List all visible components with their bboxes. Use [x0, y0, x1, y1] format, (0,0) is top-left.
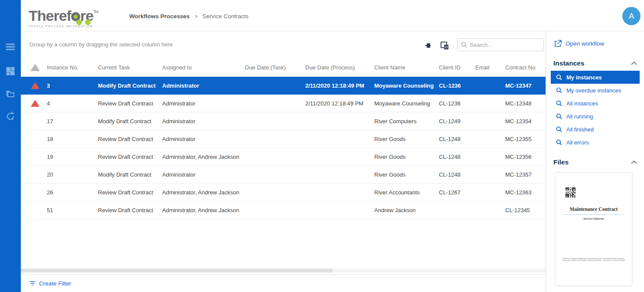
cell-due-date-process — [305, 184, 374, 201]
cell-due-date-process — [305, 148, 374, 165]
instances-list-item[interactable]: All running — [551, 110, 640, 123]
files-section-header[interactable]: Files — [553, 158, 637, 166]
open-workflow-button[interactable]: Open workflow — [554, 40, 644, 47]
column-header-current-task[interactable]: Current Task — [98, 58, 162, 76]
horizontal-scrollbar[interactable] — [21, 269, 546, 272]
cell-assigned-to: Administrator — [162, 77, 245, 94]
workflow-sync-icon[interactable] — [0, 106, 21, 127]
cell-due-date-task — [245, 184, 305, 201]
file-thumbnail[interactable]: Maintenance Contract Service Uniforms Di… — [555, 172, 632, 286]
table-row[interactable]: 20 Modify Draft Contract Administrator R… — [21, 166, 546, 184]
cell-client-id: CL-1248 — [439, 166, 475, 183]
warning-column-icon — [30, 64, 40, 71]
dashboard-icon[interactable] — [0, 61, 21, 82]
column-header-client-name[interactable]: Client Name — [374, 58, 439, 76]
search-icon — [556, 139, 562, 145]
scrollbar-thumb[interactable] — [21, 269, 333, 272]
cell-email — [475, 184, 505, 201]
cell-current-task: Review Draft Contract — [98, 130, 162, 148]
table-row[interactable]: 3 Modify Draft Contract Administrator 2/… — [21, 77, 546, 95]
instances-item-label: My instances — [566, 74, 602, 81]
table-row[interactable]: 17 Modify Draft Contract Administrator R… — [21, 112, 546, 130]
instances-section-header[interactable]: Instances — [553, 59, 637, 67]
breadcrumb: Workflows Processes > Service Contracts — [129, 13, 248, 20]
create-filter-button[interactable]: Create Filter — [29, 280, 71, 287]
cell-assigned-to: Administrator — [162, 166, 245, 183]
search-icon — [556, 126, 562, 132]
column-header-email[interactable]: Email — [475, 58, 505, 76]
instances-item-label: All running — [566, 113, 593, 120]
user-avatar[interactable]: A — [622, 7, 641, 25]
right-panel: Open workflow Instances My instances My … — [546, 31, 644, 292]
table-header-row: Instance No.Current TaskAssigned toDue D… — [21, 58, 546, 77]
cell-client-id: CL-1267 — [439, 184, 475, 201]
cell-due-date-task — [245, 166, 305, 183]
instances-list-item[interactable]: All instances — [551, 97, 640, 110]
document-title-rule — [563, 214, 625, 215]
table-row[interactable]: 4 Review Draft Contract Administrator 2/… — [21, 95, 546, 112]
column-header-assigned-to[interactable]: Assigned to — [162, 58, 245, 76]
chevron-up-icon[interactable] — [631, 161, 637, 164]
cell-current-task: Review Draft Contract — [98, 201, 162, 219]
cell-due-date-task — [245, 130, 305, 148]
cell-email — [475, 112, 505, 130]
breadcrumb-parent[interactable]: Workflows Processes — [129, 13, 190, 20]
search-input[interactable] — [470, 42, 539, 48]
cell-instance-no: 4 — [47, 95, 98, 112]
column-header-warning[interactable] — [21, 58, 47, 76]
table-row[interactable]: 51 Review Draft Contract Administrator, … — [21, 201, 546, 219]
cell-instance-no: 26 — [47, 184, 98, 201]
instances-list-item[interactable]: All finished — [551, 123, 640, 136]
search-icon — [556, 100, 562, 106]
cell-client-id: CL-1236 — [439, 77, 475, 94]
column-header-due-date-process-[interactable]: Due Date (Process) — [305, 58, 374, 76]
cell-due-date-task — [245, 201, 305, 219]
instances-item-label: My overdue instances — [566, 87, 621, 94]
table-row[interactable]: 18 Review Draft Contract Administrator R… — [21, 130, 546, 148]
cell-contract-no: MC-12356 — [505, 148, 546, 165]
instances-section-title: Instances — [553, 59, 585, 67]
instances-list-item[interactable]: All errors — [551, 136, 640, 149]
cell-client-name: River Computers — [374, 112, 439, 130]
pin-panel-icon[interactable] — [424, 41, 434, 50]
cell-client-name: Moyaware Counseling — [374, 77, 439, 94]
chevron-up-icon[interactable] — [631, 62, 637, 65]
toggle-preview-icon[interactable] — [440, 41, 449, 50]
cell-due-date-task — [245, 95, 305, 112]
cell-due-date-task — [245, 148, 305, 165]
cell-client-id — [439, 201, 475, 219]
column-header-due-date-task-[interactable]: Due Date (Task) — [245, 58, 305, 76]
cell-instance-no: 51 — [47, 201, 98, 219]
document-title: Maintenance Contract — [556, 207, 632, 212]
column-header-contract-no[interactable]: Contract No — [505, 58, 546, 76]
cell-contract-no: CL-12345 — [505, 201, 546, 219]
table-row[interactable]: 19 Review Draft Contract Administrator, … — [21, 148, 546, 166]
app-root: TherefreTM PEOPLE PROCESS INFORMATION Wo… — [0, 0, 644, 292]
filter-icon — [29, 281, 36, 286]
search-icon — [556, 74, 562, 80]
cell-instance-no: 17 — [47, 112, 98, 130]
cell-client-id: CL-1248 — [439, 130, 475, 148]
menu-icon[interactable] — [0, 36, 21, 57]
column-header-client-id[interactable]: Client ID — [439, 58, 475, 76]
cell-due-date-process — [305, 166, 374, 183]
documents-icon[interactable] — [0, 83, 21, 104]
instances-item-label: All instances — [566, 100, 598, 107]
cell-current-task: Review Draft Contract — [98, 95, 162, 112]
warning-icon — [31, 82, 39, 89]
left-nav — [0, 0, 21, 292]
cell-current-task: Review Draft Contract — [98, 184, 162, 201]
table-row[interactable]: 26 Review Draft Contract Administrator, … — [21, 184, 546, 201]
cell-client-name: River Goods — [374, 148, 439, 165]
cell-current-task: Modify Draft Contract — [98, 112, 162, 130]
instances-list: My instances My overdue instances All in… — [546, 71, 644, 149]
main-content: Group by a column by dragging the select… — [21, 31, 546, 292]
instances-list-item[interactable]: My overdue instances — [551, 84, 640, 97]
cell-current-task: Review Draft Contract — [98, 148, 162, 165]
cell-contract-no: MC-12357 — [505, 166, 546, 183]
instances-list-item[interactable]: My instances — [551, 71, 640, 84]
cell-assigned-to: Administrator, Andrew Jackson — [162, 201, 245, 219]
column-header-instance-no-[interactable]: Instance No. — [47, 58, 98, 76]
cell-email — [475, 95, 505, 112]
cell-assigned-to: Administrator, Andrew Jackson — [162, 184, 245, 201]
